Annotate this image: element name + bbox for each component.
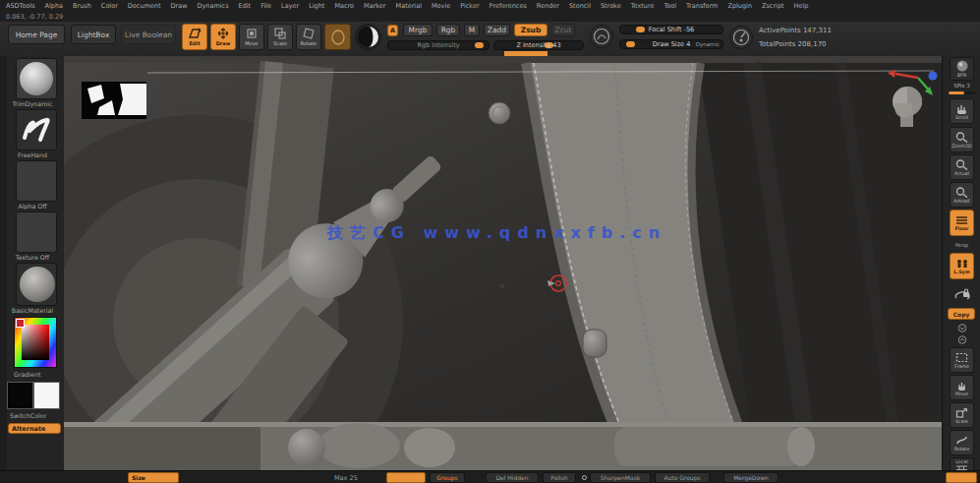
auto-groups-button[interactable]: Auto Groups: [655, 472, 710, 483]
lsym-button[interactable]: L.Sym: [950, 253, 974, 279]
rotate-label: Rotate: [301, 40, 317, 46]
current-stroke-label: FreeHand: [8, 151, 57, 158]
secondary-color-swatch[interactable]: [33, 382, 60, 409]
live-boolean-button[interactable]: Live Boolean: [121, 25, 176, 44]
zadd-button[interactable]: Zadd: [484, 24, 510, 36]
focal-shift-slider[interactable]: Focal Shift -56: [619, 25, 723, 34]
menu-item[interactable]: Macro: [334, 2, 354, 13]
menu-item[interactable]: Stroke: [601, 2, 621, 13]
camera-lock-button[interactable]: [950, 283, 974, 307]
groups-button[interactable]: Groups: [430, 472, 465, 483]
menu-item[interactable]: Marker: [364, 2, 385, 13]
menu-item[interactable]: Preferences: [490, 2, 527, 13]
copy-button[interactable]: Copy: [948, 308, 975, 320]
brush-preview-icon: [329, 29, 347, 46]
menu-item[interactable]: Dynamics: [198, 2, 229, 13]
menu-item[interactable]: Material: [396, 2, 422, 13]
menu-item[interactable]: Zplugin: [727, 2, 752, 13]
rgb-intensity-slider[interactable]: Rgb Intensity: [387, 40, 490, 50]
menu-item[interactable]: Texture: [631, 2, 655, 13]
shelf-chevron-down-button[interactable]: [950, 323, 974, 333]
home-page-button[interactable]: Home Page: [8, 25, 65, 44]
frame-button[interactable]: Frame: [950, 347, 974, 373]
menu-item[interactable]: File: [260, 2, 271, 13]
material-sphere-thumb-icon: [20, 267, 55, 302]
sharpen-mask-button[interactable]: SharpenMask: [590, 472, 651, 483]
menu-item[interactable]: Render: [537, 2, 559, 13]
tray-resize-handle[interactable]: [0, 56, 7, 470]
record-button[interactable]: [946, 472, 977, 483]
rotate-nav-button[interactable]: Rotate: [950, 430, 974, 455]
menu-item[interactable]: Brush: [73, 2, 91, 13]
floor-button[interactable]: Floor: [950, 210, 974, 236]
dynamic-label: Dynamic: [696, 41, 720, 47]
stroke-curve-button[interactable]: [590, 25, 613, 48]
menu-item[interactable]: Tool: [663, 2, 676, 13]
scale-mode-button[interactable]: Scale: [267, 24, 293, 50]
brush-preview-button[interactable]: [324, 24, 351, 50]
scale-nav-button[interactable]: Scale: [950, 402, 974, 428]
persp-button[interactable]: Persp: [950, 239, 974, 252]
switch-color-button[interactable]: SwitchColor: [10, 412, 59, 419]
menu-item[interactable]: Color: [101, 2, 118, 13]
menu-item[interactable]: Movie: [432, 2, 450, 13]
freehand-stroke-icon: [17, 110, 56, 150]
menu-item[interactable]: Help: [794, 2, 809, 13]
merge-down-button[interactable]: MergeDown: [723, 472, 778, 483]
draw-size-slider[interactable]: Draw Size 4 Dynamic: [619, 39, 723, 49]
material-preview-button[interactable]: [355, 24, 381, 50]
rgb-intensity-knob[interactable]: [475, 42, 484, 48]
menu-item[interactable]: Layer: [281, 2, 299, 13]
sculpt-canvas[interactable]: 技艺CG www.qdnxxfb.cn: [64, 56, 942, 470]
actual-button[interactable]: Actual: [950, 154, 974, 180]
zcut-button[interactable]: Zcut: [551, 24, 575, 36]
current-stroke-thumbnail[interactable]: [16, 109, 57, 151]
menu-item[interactable]: ASDTools: [6, 2, 35, 13]
points-gauge-button[interactable]: [729, 26, 753, 49]
focal-shift-knob[interactable]: [636, 27, 645, 32]
draw-label: Draw: [216, 40, 231, 46]
zoom3d-button[interactable]: Zoom3D: [950, 127, 974, 152]
bpr-button[interactable]: BPR: [950, 57, 974, 81]
bottom-slider[interactable]: [386, 472, 426, 483]
zsub-button[interactable]: Zsub: [514, 24, 548, 36]
aahalf-button[interactable]: AAHalf: [950, 182, 974, 208]
color-picker[interactable]: [14, 317, 57, 368]
current-texture-thumbnail[interactable]: [16, 211, 57, 253]
draw-mode-button[interactable]: Draw: [210, 24, 236, 50]
scale-nav-label: Scale: [955, 419, 968, 424]
current-material-thumbnail[interactable]: [16, 263, 57, 306]
polish-button[interactable]: Polish: [543, 472, 576, 483]
lightbox-button[interactable]: LightBox: [71, 25, 116, 44]
menu-item[interactable]: Edit: [239, 2, 252, 13]
edit-mode-button[interactable]: Edit: [182, 24, 207, 50]
a-button[interactable]: A: [387, 25, 398, 36]
m-button[interactable]: M: [464, 24, 480, 36]
color-picker-gradient[interactable]: [22, 325, 49, 360]
menu-item[interactable]: Alpha: [45, 2, 63, 13]
menu-item[interactable]: Light: [309, 2, 324, 13]
menu-item[interactable]: Stencil: [569, 2, 591, 13]
del-hidden-button[interactable]: Del Hidden: [486, 472, 539, 483]
move-mode-button[interactable]: Move: [239, 24, 264, 50]
menu-item[interactable]: Transform: [686, 2, 718, 13]
rotate-mode-button[interactable]: Rotate: [296, 24, 321, 50]
draw-size-knob[interactable]: [626, 41, 635, 47]
alternate-button[interactable]: Alternate: [8, 423, 61, 434]
mrgb-button[interactable]: Mrgb: [403, 24, 432, 36]
menu-item[interactable]: Document: [128, 2, 161, 13]
scroll-button[interactable]: Scroll: [950, 98, 974, 124]
menu-item[interactable]: Picker: [460, 2, 479, 13]
main-color-swatch[interactable]: [7, 382, 33, 409]
menu-item[interactable]: Zscript: [762, 2, 784, 13]
size-button[interactable]: Size: [128, 472, 179, 483]
current-alpha-thumbnail[interactable]: [16, 160, 57, 202]
move-nav-button[interactable]: Move: [950, 375, 974, 400]
menu-item[interactable]: Draw: [171, 2, 188, 13]
rgb-button[interactable]: Rgb: [436, 24, 460, 36]
z-intensity-slider[interactable]: Z Intensity 43: [493, 40, 584, 50]
current-brush-thumbnail[interactable]: [16, 58, 57, 99]
top-toolbar: Home Page LightBox Live Boolean Edit Dra…: [0, 22, 980, 57]
shelf-chevron-up-button[interactable]: [950, 334, 974, 345]
spix-slider[interactable]: [949, 91, 975, 94]
